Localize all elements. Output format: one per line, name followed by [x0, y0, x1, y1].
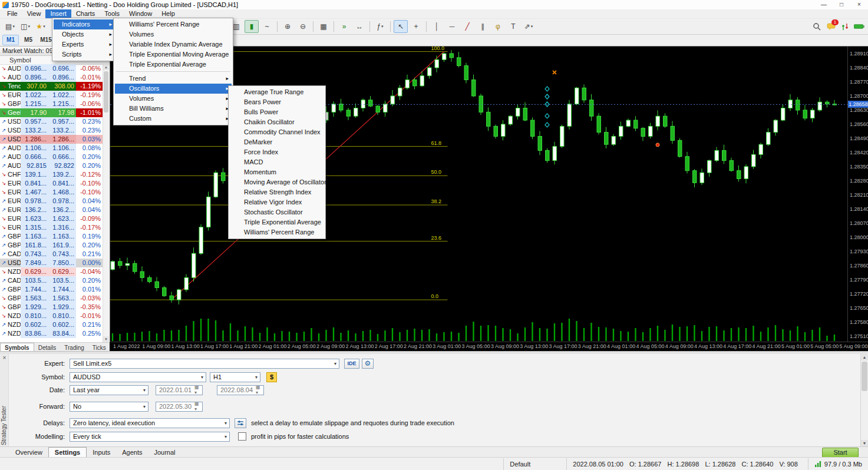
- chart-shift-button[interactable]: ↔: [352, 20, 367, 33]
- horizontal-line-button[interactable]: ─: [445, 20, 459, 33]
- oscillator-item-demarker[interactable]: DeMarker: [230, 137, 324, 147]
- vertical-line-button[interactable]: │: [430, 20, 444, 33]
- indicators-menu-item-bill-williams[interactable]: Bill Williams▸: [115, 104, 232, 114]
- oscillator-item-relative-strength-index[interactable]: Relative Strength Index: [230, 187, 324, 197]
- market-watch-row[interactable]: ↘Tencent307.00308.00-1.19%: [0, 82, 103, 91]
- start-button[interactable]: Start: [822, 448, 859, 458]
- market-watch-row[interactable]: ↘EURCAD1.315...1.316...-0.17%: [0, 223, 103, 232]
- oscillator-item-momentum[interactable]: Momentum: [230, 167, 324, 177]
- date-range-select[interactable]: Last year: [70, 385, 148, 395]
- forward-select[interactable]: No: [70, 402, 148, 412]
- scroll-up-icon[interactable]: ▲: [861, 354, 868, 360]
- market-watch-row[interactable]: ↗GBPCHF1.163...1.163...0.19%: [0, 232, 103, 241]
- minimize-button[interactable]: —: [815, 0, 833, 9]
- oscillator-item-triple-exponential-average[interactable]: Triple Exponential Average: [230, 217, 324, 227]
- market-watch-row[interactable]: ↘GBPUSD1.215...1.215...-0.06%: [0, 100, 103, 108]
- market-watch-row[interactable]: ↘Geely17.9017.98-1.01%: [0, 108, 103, 117]
- indicators-menu-item-variable-index-dynamic-average[interactable]: Variable Index Dynamic Average: [115, 39, 232, 49]
- insert-menu-item-objects[interactable]: Objects▸: [54, 29, 115, 39]
- market-watch-row[interactable]: ↘EURAUD1.467...1.468...-0.10%: [0, 188, 103, 197]
- market-watch-row[interactable]: ↗AUDJPY92.81592.8220.20%: [0, 161, 103, 170]
- expert-settings-gear-icon[interactable]: ⚙: [362, 359, 374, 369]
- period-select[interactable]: H1: [210, 372, 260, 382]
- symbol-info-button[interactable]: $: [266, 372, 277, 382]
- market-watch-row[interactable]: ↘NZDCAD0.810...0.810...-0.01%: [0, 312, 103, 320]
- line-chart-button[interactable]: ~: [260, 20, 274, 33]
- menu-help[interactable]: Help: [157, 9, 180, 18]
- oscillator-item-average-true-range[interactable]: Average True Range: [230, 87, 324, 97]
- oscillator-item-moving-average-of-oscillator[interactable]: Moving Average of Oscillator: [230, 177, 324, 187]
- tester-tab-journal[interactable]: Journal: [148, 448, 181, 457]
- indicators-menu-item-triple-exponential-average[interactable]: Triple Exponential Average: [115, 59, 232, 69]
- delays-select[interactable]: Zero latency, ideal execution: [70, 418, 230, 428]
- indicators-menu-item-custom[interactable]: Custom▸: [115, 114, 232, 124]
- market-watch-row[interactable]: ↗GBPAUD1.744...1.744...0.01%: [0, 285, 103, 294]
- market-watch-row[interactable]: ↗AUDCHF0.666...0.666...0.20%: [0, 153, 103, 161]
- zoom-in-button[interactable]: ⊕: [280, 20, 295, 33]
- symbol-select[interactable]: AUDUSD: [70, 372, 206, 382]
- fibonacci-button[interactable]: φ: [491, 20, 505, 33]
- scroll-down-icon[interactable]: ▼: [103, 336, 109, 342]
- close-button[interactable]: ×: [850, 0, 868, 9]
- oscillator-item-bulls-power[interactable]: Bulls Power: [230, 107, 324, 117]
- menu-insert[interactable]: Insert: [45, 9, 71, 18]
- oscillator-item-relative-vigor-index[interactable]: Relative Vigor Index: [230, 197, 324, 207]
- market-watch-row[interactable]: ↗USDJPY133.2...133.2...0.23%: [0, 126, 103, 135]
- date-from-field[interactable]: 2022.01.01: [156, 385, 203, 395]
- market-watch-row[interactable]: ↗USDHKD7.849...7.850...0.00%: [0, 259, 103, 267]
- market-watch-row[interactable]: ↗CADJPY103.5...103.5...0.20%: [0, 276, 103, 285]
- insert-menu-item-indicators[interactable]: Indicators▸: [54, 19, 115, 29]
- market-watch-scrollbar[interactable]: ▲ ▼: [103, 64, 109, 342]
- modelling-select[interactable]: Every tick: [70, 432, 230, 442]
- status-profile[interactable]: Default: [503, 458, 566, 470]
- notifications-button[interactable]: 1: [826, 21, 836, 32]
- market-watch-row[interactable]: ↗AUDNZD1.106...1.106...0.08%: [0, 144, 103, 153]
- oscillator-item-commodity-channel-index[interactable]: Commodity Channel Index: [230, 127, 324, 137]
- oscillator-item-stochastic-oscillator[interactable]: Stochastic Oscillator: [230, 207, 324, 217]
- oscillator-item-williams-percent-range[interactable]: Williams' Percent Range: [230, 227, 324, 237]
- market-watch-row[interactable]: ↘GBPNZD1.929...1.929...-0.35%: [0, 303, 103, 312]
- scrollbar-thumb[interactable]: [862, 362, 867, 391]
- oscillator-item-force-index[interactable]: Force Index: [230, 147, 324, 157]
- indicators-menu-item-triple-exponential-moving-average[interactable]: Triple Exponential Moving Average: [115, 49, 232, 59]
- search-button[interactable]: [811, 21, 822, 32]
- candles-button[interactable]: ▮: [245, 20, 259, 33]
- auto-scroll-button[interactable]: »: [337, 20, 351, 33]
- market-watch-row[interactable]: ↘GBPCAD1.563...1.563...-0.03%: [0, 294, 103, 303]
- zoom-out-button[interactable]: ⊖: [296, 20, 310, 33]
- market-watch-row[interactable]: ↗NZDJPY83.86...83.84...0.25%: [0, 329, 103, 338]
- maximize-button[interactable]: □: [833, 0, 850, 9]
- indicators-menu-item-williams-percent-range[interactable]: Williams' Percent Range: [115, 19, 232, 29]
- tester-tab-settings[interactable]: Settings: [48, 447, 87, 458]
- indicators-menu-item-oscillators[interactable]: Oscillators▸: [115, 84, 232, 94]
- market-watch-row[interactable]: ↗USDCAD1.286...1.286...0.03%: [0, 135, 103, 144]
- new-chart-button[interactable]: ▤▾: [3, 20, 17, 33]
- market-watch-row[interactable]: ↘AUDCAD0.896...0.896...-0.01%: [0, 73, 103, 82]
- insert-menu-item-scripts[interactable]: Scripts▸: [54, 49, 115, 59]
- crosshair-button[interactable]: +: [409, 20, 423, 33]
- scrollbar-thumb[interactable]: [104, 71, 108, 112]
- ide-button[interactable]: IDE: [344, 359, 359, 369]
- menu-view[interactable]: View: [22, 9, 46, 18]
- tester-scrollbar[interactable]: ▲ ▼: [860, 354, 868, 446]
- profit-in-pips-checkbox[interactable]: [238, 432, 246, 441]
- equidistant-channel-button[interactable]: ∥: [476, 20, 490, 33]
- menu-charts[interactable]: Charts: [71, 9, 100, 18]
- menu-tools[interactable]: Tools: [100, 9, 124, 18]
- market-watch-row[interactable]: ↘NZDUSD0.629...0.629...-0.04%: [0, 267, 103, 276]
- text-button[interactable]: T: [506, 20, 520, 33]
- scroll-up-icon[interactable]: ▲: [103, 64, 109, 70]
- market-watch-row[interactable]: ↗GBPJPY161.8...161.9...0.20%: [0, 241, 103, 250]
- tester-tab-overview[interactable]: Overview: [9, 448, 48, 457]
- tester-tab-inputs[interactable]: Inputs: [87, 448, 116, 457]
- indicators-menu-item-volumes[interactable]: Volumes: [115, 29, 232, 39]
- oscillator-item-chaikin-oscillator[interactable]: Chaikin Oscillator: [230, 117, 324, 127]
- menu-window[interactable]: Window: [124, 9, 157, 18]
- profiles-button[interactable]: ◫▾: [18, 20, 32, 33]
- market-watch-row[interactable]: ↘EURNZD1.623...1.623...-0.09%: [0, 214, 103, 223]
- trendline-button[interactable]: ╱: [460, 20, 474, 33]
- market-watch-row[interactable]: ↘EURGBP0.841...0.841...-0.10%: [0, 179, 103, 188]
- tester-tab-agents[interactable]: Agents: [116, 448, 148, 457]
- market-watch-row[interactable]: ↘EURUSD1.022...1.022...-0.19%: [0, 91, 103, 100]
- timeframe-m5[interactable]: M5: [20, 35, 37, 45]
